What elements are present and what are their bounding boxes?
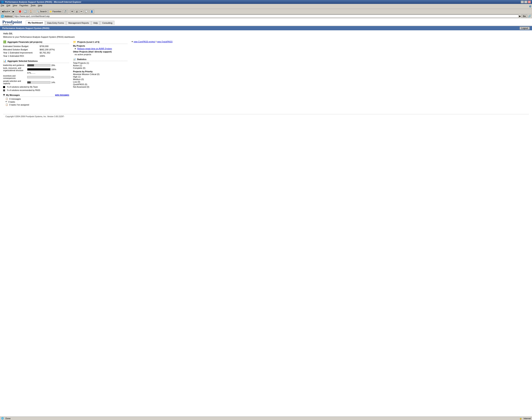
priority-0: Absolute Mission Critical (0) — [73, 73, 128, 75]
back-button[interactable]: ◀ Back ▾ — [1, 10, 11, 14]
mail-button[interactable]: ✉ — [70, 10, 74, 14]
sol-row-3: people selection and capacity 14% — [3, 80, 69, 85]
right-column: ✦ new ComPASS project I new QuickPASS — [131, 40, 529, 43]
sol-label-1: tools, resources, and organizational str… — [3, 67, 26, 72]
nav-tabs: My Dashboard Data Entry Forms Management… — [26, 21, 115, 25]
projects-header: 📁 Projects (Level 1 of 5) — [73, 40, 128, 44]
financials-header: 💹 Aggregate Financials (all projects) — [3, 40, 69, 44]
window-controls: _ □ X — [521, 0, 531, 3]
refresh-icon: 🔄 — [24, 10, 27, 13]
new-compass-link[interactable]: new ComPASS project — [134, 40, 155, 43]
media-icon: 🎵 — [64, 10, 67, 13]
go-button[interactable]: Go — [521, 15, 527, 18]
solutions-icon: 📊 — [3, 60, 6, 62]
address-bar: 🌐 Address ▶ Go 🔗 — [0, 14, 532, 18]
tab-my-dashboard[interactable]: My Dashboard — [26, 21, 45, 25]
media-button[interactable]: 🎵 — [63, 10, 68, 14]
tab-management-reports[interactable]: Management Reports — [66, 21, 91, 25]
legend-pass-box — [3, 90, 5, 91]
messages-add-icon: ✚ — [3, 94, 5, 96]
menu-favorites[interactable]: Favorites — [19, 4, 28, 8]
go-icon: ▶ — [519, 15, 521, 17]
search-button[interactable]: 🔍 Search — [36, 10, 48, 14]
minimize-button[interactable]: _ — [521, 0, 524, 3]
stats-header: 📊 Statistics — [73, 58, 128, 61]
solutions-legend: % of solutions selected by My Team — [3, 86, 69, 88]
toolbar: ◀ Back ▾ ▶ 🔴 🔄 🏠 🔍 Search ⭐ Favorites 🎵 … — [0, 9, 532, 14]
main-content: Proofpoint Systems, Inc. My Dashboard Da… — [0, 18, 532, 174]
close-button[interactable]: X — [528, 0, 531, 3]
sol-pct-3: 14% — [51, 81, 55, 84]
solutions-legend-2: % of solutions recommended by PASS — [3, 89, 69, 91]
priority-label: Projects by Priority — [73, 70, 128, 73]
msg-count-2: 0 tasks I've assigned — [9, 104, 29, 106]
sol-label-3: people selection and capacity — [3, 80, 26, 85]
msg-tasks-icon: ✏ — [5, 101, 7, 103]
msg-item-2: 📋 0 tasks I've assigned — [5, 103, 69, 106]
edit-icon: ✏ — [81, 10, 82, 13]
projects-label: Projects (Level 1 of 5) — [77, 41, 100, 43]
back-arrow-icon: ◀ — [2, 10, 3, 13]
projects-icon: 📁 — [73, 40, 76, 43]
menu-bar: File Edit View Favorites Tools Help e — [0, 4, 532, 9]
msg-count-1: 0 tasks — [8, 101, 15, 103]
messages-header: ✚ My Messages goto messages — [3, 94, 69, 97]
legend-team-label: % of solutions selected by My Team — [7, 86, 38, 88]
address-input[interactable] — [13, 15, 518, 18]
menu-view[interactable]: View — [13, 4, 17, 8]
priority-section: Projects by Priority Absolute Mission Cr… — [73, 70, 128, 88]
mail-icon: ✉ — [71, 10, 73, 13]
forward-button[interactable]: ▶ — [12, 10, 15, 14]
priority-1: High (1) — [73, 75, 128, 78]
other-projects-label: Other Projects (that I directly support) — [73, 50, 128, 53]
project-link[interactable]: Reduce repair time on AVAR System — [77, 47, 112, 50]
menu-edit[interactable]: Edit — [7, 4, 10, 8]
footer: Copyright ©2004-2006 Proofpoint Systems,… — [3, 114, 529, 119]
separator — [16, 10, 16, 14]
links-icon: 🔗 — [528, 15, 531, 18]
stats-icon: 📊 — [73, 58, 76, 60]
stat-complete: Complete (0) — [73, 67, 128, 69]
fin-row-0: Estimated Solution Budget: $700,000 — [3, 45, 69, 48]
maximize-button[interactable]: □ — [524, 0, 527, 3]
financials-icon: 💹 — [3, 40, 6, 43]
tab-consulting[interactable]: Consulting — [100, 21, 115, 25]
discuss-button[interactable]: 💬 — [84, 10, 89, 14]
menu-file[interactable]: File — [1, 4, 4, 8]
messages-section: ✚ My Messages goto messages 📋 0 messages… — [3, 94, 69, 106]
menu-tools[interactable]: Tools — [31, 4, 36, 8]
msg-envelope-icon: 📋 — [5, 98, 8, 100]
menu-help[interactable]: Help — [38, 4, 42, 8]
sol-row-0: leadership and guidance 29% — [3, 64, 69, 66]
greeting: Hello Bill, — [3, 32, 529, 35]
new-quickpass-link[interactable]: new QuickPASS — [157, 40, 173, 43]
system-title: Performance Analysis Support System (PAS… — [2, 27, 49, 29]
address-label: 🌐 Address — [1, 15, 13, 18]
stats-label: Statistics — [77, 58, 86, 60]
home-icon: 🏠 — [29, 10, 32, 13]
refresh-button[interactable]: 🔄 — [23, 10, 28, 14]
messenger-icon: 👤 — [90, 10, 93, 13]
sol-pct-2: 0% — [51, 76, 54, 78]
goto-messages-link[interactable]: goto messages — [55, 94, 69, 96]
other-project-item: no active projects — [75, 53, 128, 56]
my-projects-label: My Projects — [73, 45, 128, 47]
msg-item-1: ✏ 0 tasks — [5, 101, 69, 103]
tab-data-entry-forms[interactable]: Data Entry Forms — [45, 21, 66, 25]
back-dropdown-icon: ▾ — [9, 10, 10, 13]
sol-label-2: incentives and consequences — [3, 75, 26, 79]
legend-team-box — [3, 86, 5, 88]
app-header: Proofpoint Systems, Inc. My Dashboard Da… — [0, 18, 532, 26]
messenger-button[interactable]: 👤 — [89, 10, 94, 14]
tab-help[interactable]: Help — [91, 21, 100, 25]
logout-button[interactable]: Logout — [519, 27, 530, 30]
msg-count-0: 0 messages — [9, 98, 21, 100]
favorites-button[interactable]: ⭐ Favorites — [48, 10, 62, 14]
edit-page-button[interactable]: ✏ — [80, 10, 83, 14]
stop-button[interactable]: 🔴 — [18, 10, 22, 14]
print-button[interactable]: 🖨 — [75, 10, 79, 13]
window-title: Performance Analysis Support System (PAS… — [5, 1, 81, 3]
title-bar: 🌐 Performance Analysis Support System (P… — [0, 0, 532, 4]
priority-2: Medium (0) — [73, 78, 128, 80]
home-button[interactable]: 🏠 — [29, 10, 33, 14]
